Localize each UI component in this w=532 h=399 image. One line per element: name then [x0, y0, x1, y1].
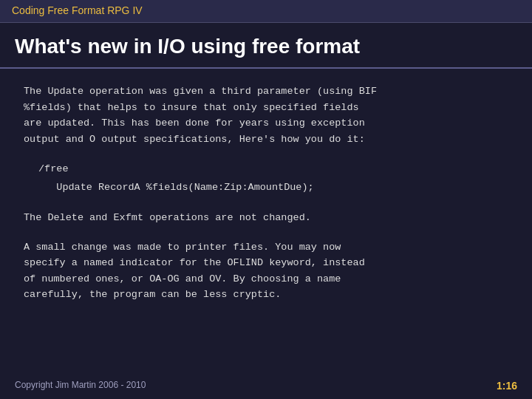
code-line-1: /free [38, 160, 508, 178]
paragraph-3: A small change was made to printer files… [24, 239, 508, 303]
paragraph-1: The Update operation was given a third p… [24, 83, 508, 147]
page-title: What's new in I/O using free format [0, 23, 532, 69]
code-line-2: Update RecordA %fields(Name:Zip:AmountDu… [38, 179, 508, 197]
slide-number: 1:16 [497, 380, 517, 392]
header-bar: Coding Free Format RPG IV [0, 0, 532, 23]
code-block: /free Update RecordA %fields(Name:Zip:Am… [38, 160, 508, 197]
paragraph-3-text: A small change was made to printer files… [24, 242, 365, 301]
paragraph-2: The Delete and Exfmt operations are not … [24, 210, 508, 226]
content-area: The Update operation was given a third p… [0, 69, 532, 331]
paragraph-2-text: The Delete and Exfmt operations are not … [24, 212, 311, 223]
copyright-text: Copyright Jim Martin 2006 - 2010 [15, 380, 146, 392]
paragraph-1-text: The Update operation was given a third p… [24, 86, 377, 145]
footer: Copyright Jim Martin 2006 - 2010 1:16 [0, 380, 532, 392]
header-title: Coding Free Format RPG IV [12, 4, 143, 16]
